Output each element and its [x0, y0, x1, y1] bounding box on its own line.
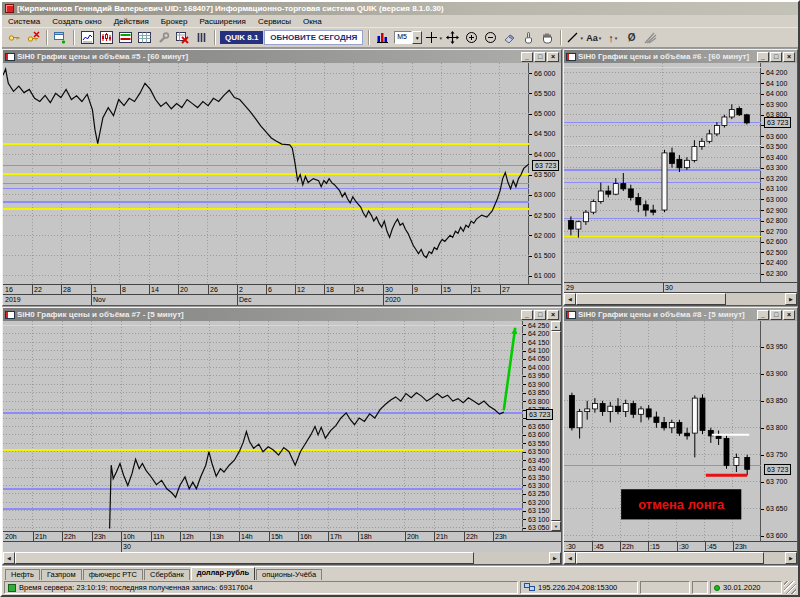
move-icon[interactable]: [443, 29, 462, 46]
tab-опционы-Учёба[interactable]: опционы-Учёба: [256, 569, 322, 580]
chart-plot-area[interactable]: отмена лонга: [564, 321, 761, 541]
time-tick-label: 14h: [241, 533, 253, 541]
update-today-button[interactable]: ОБНОВИТЕ СЕГОДНЯ: [264, 30, 363, 45]
close-button[interactable]: ×: [547, 52, 559, 62]
scroll-right-button[interactable]: ▶: [549, 552, 561, 564]
vertical-scrollbar[interactable]: ▲▼: [551, 321, 561, 531]
horizontal-scrollbar[interactable]: ◀▶: [564, 293, 797, 305]
price-tick: [761, 401, 764, 402]
scroll-right-button[interactable]: ▶: [785, 552, 797, 564]
date-divider: [91, 295, 92, 305]
chart-window-7-titlebar[interactable]: SiH0 График цены и объёма #7 - [5 минут]…: [3, 308, 561, 321]
price-tick: [523, 351, 526, 352]
price-tick-label: 63 500: [534, 171, 555, 178]
minimize-button[interactable]: _: [757, 310, 769, 320]
close-button[interactable]: ×: [783, 52, 795, 62]
menu-Расширения[interactable]: Расширения: [193, 15, 252, 27]
price-axis: 63 95063 90063 85063 80063 75063 70063 6…: [761, 321, 797, 543]
point-hand-icon[interactable]: [519, 29, 538, 46]
new-table-icon[interactable]: [51, 29, 70, 46]
chart-plot-area[interactable]: [564, 63, 761, 282]
tab-Нефть[interactable]: Нефть: [5, 569, 40, 580]
combo-dropdown-button[interactable]: ▼: [412, 31, 422, 44]
menu-Сервисы[interactable]: Сервисы: [252, 15, 297, 27]
maximize-button[interactable]: □: [534, 310, 546, 320]
maximize-button[interactable]: □: [770, 310, 782, 320]
hide-levels-icon[interactable]: Ø: [622, 29, 641, 46]
delete-table-icon[interactable]: [173, 29, 192, 46]
menu-Окна[interactable]: Окна: [297, 15, 328, 27]
price-tick-label: 64 050: [528, 355, 549, 362]
line-tool-icon[interactable]: ▾: [565, 29, 584, 46]
minimize-button[interactable]: _: [757, 52, 769, 62]
scroll-left-button[interactable]: ◀: [3, 552, 15, 564]
time-cell-divider: [733, 542, 734, 551]
status-empty-cell: [640, 581, 690, 594]
key-disconnect-icon[interactable]: [24, 29, 43, 46]
horizontal-scrollbar[interactable]: ◀▶: [564, 552, 797, 564]
minimize-button[interactable]: _: [521, 310, 533, 320]
key-connect-icon[interactable]: [5, 29, 24, 46]
candle-chart-icon[interactable]: [97, 29, 116, 46]
text-tool-icon[interactable]: Aa▾: [584, 29, 603, 46]
price-tick: [523, 401, 526, 402]
tab-Сбербанк[interactable]: Сбербанк: [144, 569, 190, 580]
tab-фьючерс РТС[interactable]: фьючерс РТС: [83, 569, 143, 580]
scrollbar-thumb[interactable]: [15, 552, 474, 564]
tab-доллар-рубль[interactable]: доллар-рубль: [191, 567, 255, 580]
maximize-button[interactable]: □: [770, 52, 782, 62]
time-cell-divider: [434, 532, 435, 541]
mdi-workspace: SiH0 График цены и объёма #5 - [60 минут…: [2, 48, 798, 566]
arrow-tool-icon[interactable]: ↑▾: [603, 29, 622, 46]
chart-window-8-titlebar[interactable]: SiH0 График цены и объёма #8 - [5 минут]…: [564, 308, 797, 321]
menu-Система[interactable]: Система: [2, 15, 46, 27]
list-icon[interactable]: [192, 29, 211, 46]
scroll-left-button[interactable]: ◀: [564, 293, 576, 305]
chart-plot-area[interactable]: [3, 63, 529, 284]
chart-window-8: SiH0 График цены и объёма #8 - [5 минут]…: [563, 307, 798, 565]
time-cell-divider: [33, 532, 34, 541]
crosshair-icon[interactable]: ▾: [424, 29, 443, 46]
scroll-up-button[interactable]: ▲: [551, 321, 561, 331]
scroll-right-button[interactable]: ▶: [785, 293, 797, 305]
chart-window-5-titlebar[interactable]: SiH0 График цены и объёма #5 - [60 минут…: [3, 50, 561, 63]
eraser-icon[interactable]: [500, 29, 519, 46]
price-tick: [529, 175, 532, 176]
orders-table-icon[interactable]: [135, 29, 154, 46]
scroll-down-button[interactable]: ▼: [551, 521, 561, 531]
scrollbar-thumb[interactable]: [551, 331, 561, 521]
menu-Создать окно[interactable]: Создать окно: [46, 15, 107, 27]
pan-hand-icon[interactable]: [538, 29, 557, 46]
scrollbar-thumb[interactable]: [576, 552, 764, 564]
chart-window-6-titlebar[interactable]: SiH0 График цены и объёма #6 - [60 минут…: [564, 50, 797, 63]
price-tick-label: 63 750: [766, 451, 787, 458]
current-price-box: 63 723: [764, 117, 791, 128]
maximize-button[interactable]: □: [534, 52, 546, 62]
time-tick-row: 2930: [564, 283, 797, 293]
interval-combobox[interactable]: M5▼: [394, 31, 422, 44]
resize-grip[interactable]: [784, 581, 796, 594]
scroll-left-button[interactable]: ◀: [564, 552, 576, 564]
price-tick-label: 63 600: [766, 532, 787, 539]
zoom-in-icon[interactable]: [462, 29, 481, 46]
bar-chart-icon[interactable]: [373, 29, 392, 46]
wrench-icon[interactable]: [154, 29, 173, 46]
menu-Действия[interactable]: Действия: [108, 15, 155, 27]
price-tick: [529, 195, 532, 196]
time-tick-label: 18h: [360, 533, 372, 541]
line-chart-icon[interactable]: [78, 29, 97, 46]
horizontal-scrollbar[interactable]: ◀▶: [3, 552, 561, 564]
window-titlebar[interactable]: [Кирпичников Геннадий Валерьевич UID: 16…: [2, 2, 798, 15]
close-button[interactable]: ×: [783, 310, 795, 320]
menu-Брокер[interactable]: Брокер: [155, 15, 194, 27]
chart-window-title: SiH0 График цены и объёма #8 - [5 минут]: [578, 310, 755, 319]
tab-Газпром[interactable]: Газпром: [41, 569, 82, 580]
close-button[interactable]: ×: [547, 310, 559, 320]
chart-plot-area[interactable]: [3, 321, 523, 531]
chart-window-6: SiH0 График цены и объёма #6 - [60 минут…: [563, 49, 798, 306]
scrollbar-thumb[interactable]: [576, 293, 726, 305]
zoom-out-icon[interactable]: [481, 29, 500, 46]
quotes-table-icon[interactable]: [116, 29, 135, 46]
minimize-button[interactable]: _: [521, 52, 533, 62]
fan-lines-icon[interactable]: [641, 29, 660, 46]
